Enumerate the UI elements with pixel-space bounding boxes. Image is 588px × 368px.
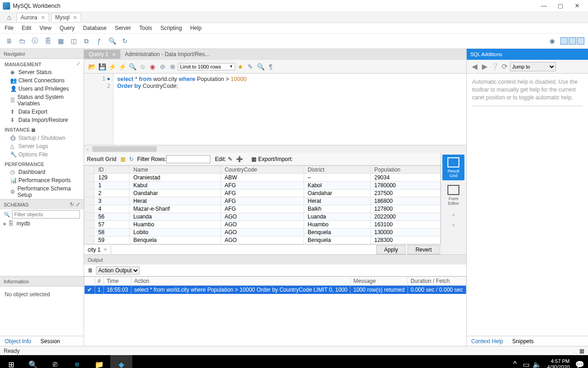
nav-up-button[interactable]: ▲: [442, 210, 464, 219]
revert-button[interactable]: Revert: [407, 245, 439, 254]
jump-to-select[interactable]: Jump to: [510, 62, 556, 71]
tray-network-icon[interactable]: ▭: [520, 355, 531, 368]
nav-users-privileges[interactable]: 👤Users and Privileges: [0, 85, 84, 93]
table-row[interactable]: 57HuamboAGOHuambo163100: [85, 221, 441, 229]
tray-chevron-icon[interactable]: ^: [509, 355, 520, 368]
edge-icon[interactable]: e: [66, 355, 88, 368]
nav-server-status[interactable]: ◉Server Status: [0, 68, 84, 76]
menu-view[interactable]: View: [40, 25, 51, 31]
table-row[interactable]: 129OraniestadABW–29034: [85, 174, 441, 182]
col-id[interactable]: ID: [95, 166, 130, 174]
nav-perf-reports[interactable]: 📊Performance Reports: [0, 176, 84, 184]
explorer-icon[interactable]: 📁: [88, 355, 110, 368]
find-icon[interactable]: 🔍: [255, 62, 266, 72]
nav-data-export[interactable]: ⬆Data Export: [0, 108, 84, 116]
result-grid-view-button[interactable]: Result Grid: [442, 155, 464, 180]
create-view-icon[interactable]: ◫: [68, 35, 79, 46]
help-icon[interactable]: ❔: [490, 62, 500, 71]
tab-session[interactable]: Session: [36, 337, 65, 345]
wrap-icon[interactable]: ¶: [266, 62, 276, 72]
nav-client-connections[interactable]: 👥Client Connections: [0, 76, 84, 85]
workbench-taskbar-icon[interactable]: ◆: [110, 355, 132, 368]
save-icon[interactable]: 💾: [97, 62, 107, 72]
tray-volume-icon[interactable]: 🔈: [531, 355, 543, 368]
favorite-icon[interactable]: ★: [235, 62, 245, 72]
sql-code[interactable]: select * from world.city where Populatio…: [113, 74, 466, 145]
start-button[interactable]: ⊞: [0, 355, 22, 368]
refresh-icon[interactable]: ↻: [70, 201, 74, 207]
filter-rows-input[interactable]: [166, 155, 210, 163]
close-icon[interactable]: ✕: [112, 52, 116, 57]
nav-server-logs[interactable]: △Server Logs: [0, 142, 84, 150]
close-button[interactable]: ✕: [569, 2, 585, 9]
next-icon[interactable]: ▶: [480, 62, 490, 71]
sql-editor[interactable]: 1 ● 2 select * from world.city where Pop…: [84, 74, 466, 145]
toggle-left-panel-button[interactable]: [560, 37, 568, 45]
editor-tab-query1[interactable]: Query 1✕: [84, 50, 120, 59]
expand-icon[interactable]: ⤢: [76, 201, 80, 207]
table-row[interactable]: 1KabulAFGKabol1780000: [85, 182, 441, 190]
open-file-icon[interactable]: 📂: [87, 62, 97, 72]
auto-help-icon[interactable]: ⟳: [500, 62, 510, 71]
nav-startup-shutdown[interactable]: ⏻Startup / Shutdown: [0, 134, 84, 142]
sql-hscrollbar[interactable]: ‹: [84, 145, 466, 153]
search-icon[interactable]: 🔍: [22, 355, 44, 368]
menu-help[interactable]: Help: [190, 25, 202, 31]
toggle-bottom-panel-button[interactable]: [569, 37, 576, 45]
editor-tab-admin[interactable]: Administration - Data Import/Res...: [120, 50, 214, 59]
prev-icon[interactable]: ◀: [469, 62, 480, 71]
col-name[interactable]: Name: [130, 166, 221, 174]
explain-icon[interactable]: 🔍: [127, 62, 137, 72]
status-grid-icon[interactable]: ▦: [579, 348, 584, 354]
edit-icon[interactable]: ✎: [228, 156, 232, 162]
notifications-icon[interactable]: 💬: [574, 355, 585, 368]
nav-data-import[interactable]: ⬇Data Import/Restore: [0, 116, 84, 124]
table-row[interactable]: 58LobitoAGOBenquela130000: [85, 229, 441, 236]
refresh-icon[interactable]: ↻: [129, 156, 134, 162]
menu-scripting[interactable]: Scripting: [160, 25, 182, 31]
search-icon[interactable]: 🔍: [107, 35, 118, 46]
execute-icon[interactable]: ⚡: [107, 62, 117, 72]
edit-add-icon[interactable]: ➕: [236, 156, 243, 162]
output-grid[interactable]: # Time Action Message Duration / Fetch ✔…: [84, 276, 466, 294]
menu-server[interactable]: Server: [115, 25, 131, 31]
taskview-icon[interactable]: ⎚: [44, 355, 66, 368]
tab-context-help[interactable]: Context Help: [467, 337, 508, 345]
menu-edit[interactable]: Edit: [22, 25, 31, 31]
tab-object-info[interactable]: Object Info: [0, 337, 36, 345]
apply-button[interactable]: Apply: [376, 245, 406, 254]
round-icon[interactable]: ◉: [547, 35, 558, 46]
expand-icon[interactable]: ⤢: [76, 61, 84, 66]
table-row[interactable]: 4Mazar-e-SharifAFGBalkh127800: [85, 205, 441, 213]
col-population[interactable]: Population: [370, 166, 440, 174]
nav-dashboard[interactable]: ◷Dashboard: [0, 168, 84, 176]
table-row[interactable]: 56LuandaAGOLuanda2022000: [85, 213, 441, 221]
close-icon[interactable]: ✕: [41, 15, 45, 21]
nav-perf-schema-setup[interactable]: ⚙Performance Schema Setup: [0, 184, 84, 199]
commit-icon[interactable]: ◉: [147, 62, 158, 72]
nav-status-variables[interactable]: ☰Status and System Variables: [0, 93, 84, 108]
close-icon[interactable]: ✕: [73, 15, 77, 21]
create-function-icon[interactable]: ƒ: [94, 35, 105, 46]
minimize-button[interactable]: —: [536, 2, 552, 9]
menu-query[interactable]: Query: [60, 25, 75, 31]
maximize-button[interactable]: ▢: [552, 2, 569, 9]
table-row[interactable]: 59BenquelaAGOBenquela128300: [85, 236, 441, 244]
beautify-icon[interactable]: ✎: [245, 62, 255, 72]
stop-icon[interactable]: ⦸: [137, 62, 147, 72]
connection-tab-aurora[interactable]: Aurora✕: [17, 13, 49, 22]
output-row[interactable]: ✔ 1 16:55:03 select * from world.city wh…: [85, 286, 466, 294]
table-row[interactable]: 3HeratAFGHerat186800: [85, 197, 441, 205]
col-district[interactable]: District: [304, 166, 370, 174]
close-icon[interactable]: ✕: [103, 247, 107, 252]
menu-tools[interactable]: Tools: [139, 25, 152, 31]
reconnect-icon[interactable]: ↻: [119, 35, 130, 46]
connection-tab-mysql[interactable]: Mysql✕: [51, 13, 81, 22]
output-type-select[interactable]: Action Output: [96, 266, 140, 275]
result-tab-city1[interactable]: city 1✕: [84, 246, 111, 254]
execute-cursor-icon[interactable]: ⚡: [117, 62, 127, 72]
schema-item-mydb[interactable]: ▸🗄mydb: [0, 219, 84, 228]
toggle-right-panel-button[interactable]: [577, 37, 584, 45]
edit-del-icon[interactable]: ▦: [251, 156, 256, 162]
result-grid[interactable]: ID Name CountryCode District Population …: [84, 166, 441, 244]
